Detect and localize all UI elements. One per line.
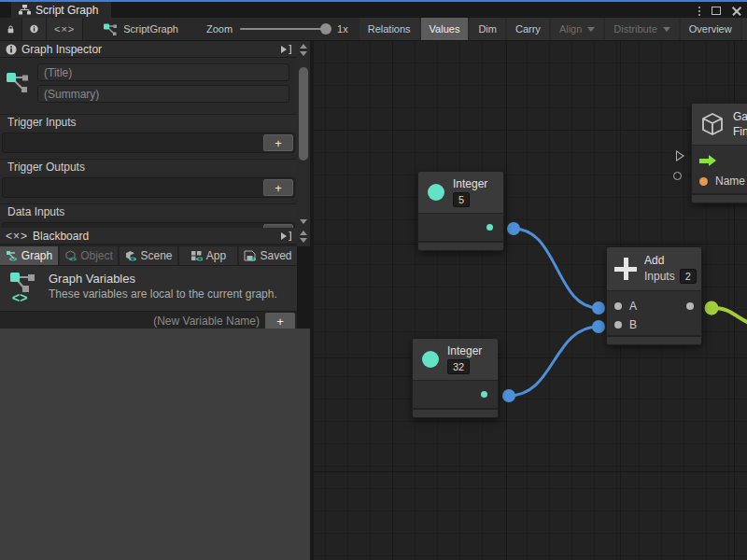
tab-saved[interactable]: <> Saved xyxy=(239,246,297,265)
output-port[interactable] xyxy=(686,302,694,310)
input-port-a[interactable] xyxy=(614,302,622,310)
integer-value-input[interactable]: 32 xyxy=(447,359,470,374)
title-input[interactable]: (Title) xyxy=(37,63,289,81)
node-subtitle: Find xyxy=(733,125,747,138)
align-dropdown[interactable]: Align xyxy=(551,18,603,40)
input-port-b[interactable] xyxy=(614,321,622,329)
summary-input[interactable]: (Summary) xyxy=(37,85,289,103)
overview-button[interactable]: Overview xyxy=(681,18,740,40)
scrollbar-thumb[interactable] xyxy=(299,67,308,161)
scroll-down-icon[interactable] xyxy=(300,51,307,56)
graph-name-label: ScriptGraph xyxy=(123,23,178,35)
graph-name: ScriptGraph xyxy=(94,18,188,40)
blackboard-scrollbar[interactable] xyxy=(297,228,310,246)
scroll-up-icon[interactable] xyxy=(300,231,307,235)
node-header: Integer 32 xyxy=(413,339,498,380)
values-button[interactable]: Values xyxy=(421,18,469,40)
add-trigger-output-button[interactable]: + xyxy=(263,179,293,196)
blackboard-title: Blackboard xyxy=(33,230,89,243)
carry-button[interactable]: Carry xyxy=(507,18,549,40)
add-variable-button[interactable]: + xyxy=(265,313,295,329)
lock-button[interactable] xyxy=(0,18,22,40)
zoom-slider[interactable] xyxy=(240,28,330,30)
inputs-count-input[interactable]: 2 xyxy=(680,269,697,284)
node-integer-32[interactable]: Integer 32 xyxy=(412,338,499,418)
popout-icon[interactable] xyxy=(280,231,291,241)
new-variable-input[interactable]: (New Variable Name) xyxy=(153,315,260,328)
svg-text:<>: <> xyxy=(69,256,77,261)
info-button[interactable] xyxy=(22,18,47,40)
code-view-button[interactable]: <×> xyxy=(47,18,83,40)
node-body: Name xyxy=(692,145,747,193)
tab-object[interactable]: <> Object xyxy=(60,246,118,265)
trigger-input-arrow-icon[interactable] xyxy=(699,155,718,166)
maximize-icon[interactable] xyxy=(712,7,721,15)
node-gameobject-find[interactable]: Game Object Find Name xyxy=(691,103,747,203)
new-variable-row: (New Variable Name) + xyxy=(0,311,297,330)
node-title: Integer xyxy=(453,177,487,190)
node-body xyxy=(413,380,498,408)
integer-type-icon xyxy=(422,351,439,368)
code-icon: <×> xyxy=(6,230,28,243)
toolbar-commands: Relations Values Dim Carry Align Distrib… xyxy=(358,18,747,40)
node-header: Game Object Find xyxy=(692,104,747,145)
unity-script-graph-window: Script Graph <×> xyxy=(0,0,747,560)
node-add[interactable]: Add Inputs 2 A B xyxy=(606,246,702,345)
blackboard-header: <×> Blackboard xyxy=(0,228,297,245)
zoom-value: 1x xyxy=(337,23,348,35)
inspector-scrollbar[interactable] xyxy=(297,41,310,228)
script-graph-icon xyxy=(104,23,118,35)
output-port[interactable] xyxy=(486,224,493,231)
svg-text:<>: <> xyxy=(12,290,27,303)
node-integer-5[interactable]: Integer 5 xyxy=(417,171,504,251)
node-header: Add Inputs 2 xyxy=(607,247,701,290)
name-input-port[interactable] xyxy=(699,177,708,186)
trigger-outputs-label: Trigger Outputs xyxy=(0,159,297,175)
graph-inspector-header: Graph Inspector xyxy=(0,41,297,58)
tab-scene[interactable]: <> Scene xyxy=(120,246,177,265)
tab-app[interactable]: <> App xyxy=(179,246,237,265)
node-footer xyxy=(418,241,503,250)
dim-button[interactable]: Dim xyxy=(470,18,505,40)
scene-tab-icon: <> xyxy=(124,250,136,261)
add-trigger-input-button[interactable]: + xyxy=(263,134,293,151)
sidebar: Graph Inspector (Title) (Summary) Trigge… xyxy=(0,41,314,560)
wire-endpoint xyxy=(592,301,605,315)
window-menu-icon[interactable] xyxy=(698,7,700,16)
scroll-down-icon[interactable] xyxy=(300,219,307,224)
blackboard-empty-area xyxy=(0,329,310,560)
info-icon xyxy=(30,22,38,35)
scroll-up-icon[interactable] xyxy=(300,44,307,49)
sidebar-panels: Graph Inspector (Title) (Summary) Trigge… xyxy=(0,41,297,560)
chevron-down-icon xyxy=(663,27,670,32)
graph-canvas[interactable]: Integer 5 Integer 32 xyxy=(314,41,747,560)
svg-text:<>: <> xyxy=(129,256,136,261)
output-port[interactable] xyxy=(481,391,487,398)
graph-icon xyxy=(6,71,30,95)
gameobject-cube-icon xyxy=(699,111,726,137)
graph-inspector-title: Graph Inspector xyxy=(21,43,102,56)
window-controls xyxy=(698,4,741,18)
integer-value-input[interactable]: 5 xyxy=(453,192,470,207)
tab-graph[interactable]: <> Graph xyxy=(0,246,58,265)
relations-button[interactable]: Relations xyxy=(359,18,419,40)
popout-icon[interactable] xyxy=(280,45,291,54)
data-port-outline-icon[interactable] xyxy=(673,172,682,180)
zoom-slider-handle[interactable] xyxy=(320,23,331,35)
fullscreen-button[interactable]: Full Screen xyxy=(742,18,747,40)
node-footer xyxy=(607,335,701,344)
node-title: Integer xyxy=(447,344,482,357)
node-footer xyxy=(692,193,747,203)
trigger-port-outline-icon[interactable] xyxy=(676,150,684,161)
distribute-dropdown[interactable]: Distribute xyxy=(605,18,678,40)
graph-variables-title: Graph Variables xyxy=(49,272,277,286)
svg-text:<>: <> xyxy=(9,256,17,261)
scroll-down-icon[interactable] xyxy=(300,238,307,243)
tab-script-graph[interactable]: Script Graph xyxy=(11,2,111,18)
wire-int32-to-add-b[interactable] xyxy=(509,327,599,396)
blackboard-panel: <×> Blackboard <> Graph <> Object xyxy=(0,228,297,330)
port-b-label: B xyxy=(629,318,637,331)
wire-int5-to-add-a[interactable] xyxy=(514,229,599,308)
port-name-label: Name xyxy=(715,175,745,188)
close-icon[interactable] xyxy=(732,7,741,16)
